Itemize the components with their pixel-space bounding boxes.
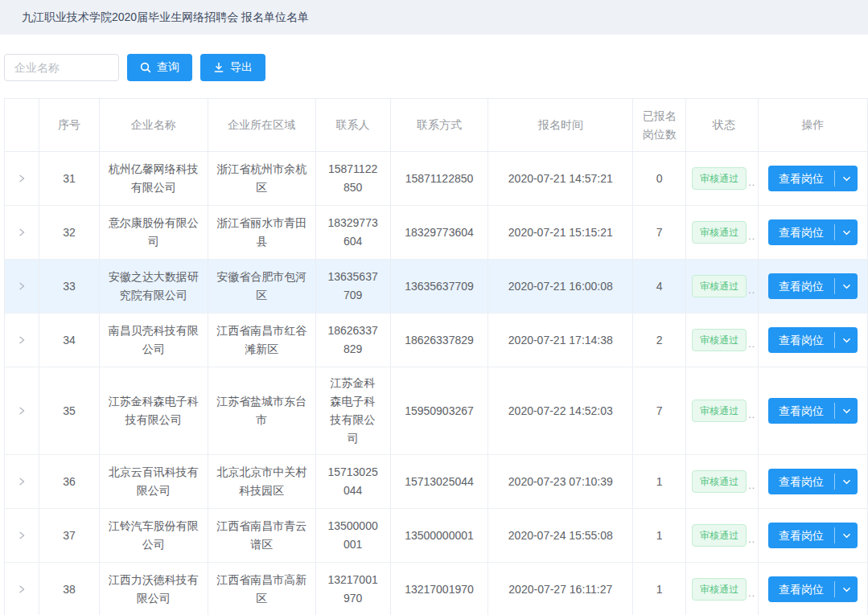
cell-action: 查看岗位 — [759, 367, 868, 454]
status-truncation: .. — [748, 174, 755, 192]
header-action: 操作 — [759, 99, 868, 151]
view-positions-button[interactable]: 查看岗位 — [768, 327, 834, 353]
chevron-down-icon[interactable] — [835, 166, 858, 191]
view-positions-button[interactable]: 查看岗位 — [768, 166, 834, 191]
view-positions-split-button: 查看岗位 — [768, 469, 858, 494]
search-button[interactable]: 查询 — [127, 54, 192, 81]
cell-positions: 7 — [633, 206, 686, 259]
cell-region: 江苏省盐城市东台市 — [208, 367, 316, 454]
cell-seq: 34 — [39, 314, 100, 367]
cell-phone: 15871122850 — [391, 152, 489, 205]
status-truncation: .. — [748, 531, 755, 549]
table-header: 序号 企业名称 企业所在区域 联系人 联系方式 报名时间 已报名岗位数 状态 操… — [5, 99, 868, 152]
chevron-down-icon[interactable] — [835, 576, 858, 602]
chevron-down-icon[interactable] — [835, 523, 858, 548]
cell-status: 审核通过 .. — [686, 206, 759, 259]
cell-action: 查看岗位 — [759, 260, 868, 313]
status-truncation: .. — [748, 406, 755, 424]
expand-row-icon[interactable] — [17, 584, 27, 594]
view-positions-button[interactable]: 查看岗位 — [768, 469, 834, 494]
cell-region: 江西省南昌市高新区 — [208, 563, 316, 615]
chevron-down-icon[interactable] — [835, 327, 858, 353]
status-truncation: .. — [748, 281, 755, 300]
cell-region: 安徽省合肥市包河区 — [208, 260, 316, 313]
export-button[interactable]: 导出 — [200, 54, 265, 81]
chevron-down-icon[interactable] — [835, 219, 858, 245]
cell-phone: 13635637709 — [391, 260, 489, 313]
view-positions-button[interactable]: 查看岗位 — [768, 219, 834, 245]
header-contact: 联系人 — [316, 99, 391, 151]
cell-contact: 15713025044 — [316, 455, 391, 508]
cell-status: 审核通过 .. — [686, 152, 759, 205]
cell-status: 审核通过 .. — [686, 314, 759, 367]
cell-expand — [5, 563, 39, 615]
expand-row-icon[interactable] — [17, 406, 27, 416]
status-truncation: .. — [748, 228, 755, 246]
expand-row-icon[interactable] — [17, 228, 27, 237]
cell-signup-time: 2020-07-23 07:10:39 — [488, 455, 633, 508]
cell-region: 江西省南昌市青云谱区 — [208, 509, 316, 562]
cell-status: 审核通过 .. — [686, 563, 759, 615]
table-row: 38 江西力沃德科技有限公司 江西省南昌市高新区 13217001970 132… — [5, 563, 868, 615]
expand-row-icon[interactable] — [17, 335, 27, 345]
table-row: 32 意尔康股份有限公司 浙江省丽水市青田县 18329773604 18329… — [5, 206, 868, 260]
toolbar: 查询 导出 — [4, 54, 868, 81]
expand-row-icon[interactable] — [17, 281, 27, 291]
chevron-down-icon[interactable] — [835, 273, 858, 299]
view-positions-split-button: 查看岗位 — [768, 327, 858, 353]
cell-signup-time: 2020-07-24 15:55:08 — [488, 509, 633, 562]
header-company: 企业名称 — [100, 99, 208, 151]
cell-action: 查看岗位 — [759, 152, 868, 205]
table-row: 36 北京云百讯科技有限公司 北京北京市中关村科技园区 15713025044 … — [5, 455, 868, 509]
cell-region: 浙江省杭州市余杭区 — [208, 152, 316, 205]
chevron-down-icon[interactable] — [835, 469, 858, 494]
cell-action: 查看岗位 — [759, 206, 868, 259]
status-badge: 审核通过 — [692, 167, 747, 190]
view-positions-button[interactable]: 查看岗位 — [768, 273, 834, 299]
cell-action: 查看岗位 — [759, 455, 868, 508]
search-button-label: 查询 — [157, 60, 179, 75]
cell-signup-time: 2020-07-21 16:00:08 — [488, 260, 633, 313]
expand-row-icon[interactable] — [17, 174, 27, 183]
view-positions-button[interactable]: 查看岗位 — [768, 523, 834, 548]
cell-contact: 15871122850 — [316, 152, 391, 205]
cell-seq: 35 — [39, 367, 100, 454]
cell-action: 查看岗位 — [759, 314, 868, 367]
cell-expand — [5, 206, 39, 259]
cell-contact: 江苏金科森电子科技有限公司 — [316, 367, 391, 454]
view-positions-split-button: 查看岗位 — [768, 166, 858, 191]
header-expand — [5, 99, 39, 151]
cell-phone: 18329773604 — [391, 206, 489, 259]
view-positions-button[interactable]: 查看岗位 — [768, 576, 834, 602]
cell-positions: 1 — [633, 563, 686, 615]
cell-status: 审核通过 .. — [686, 260, 759, 313]
cell-expand — [5, 367, 39, 454]
chevron-down-icon[interactable] — [835, 398, 858, 424]
cell-positions: 2 — [633, 314, 686, 367]
view-positions-button[interactable]: 查看岗位 — [768, 398, 834, 424]
cell-expand — [5, 260, 39, 313]
company-name-input[interactable] — [4, 54, 119, 81]
header-seq: 序号 — [39, 99, 100, 151]
cell-contact: 13217001970 — [316, 563, 391, 615]
cell-phone: 18626337829 — [391, 314, 489, 367]
cell-signup-time: 2020-07-27 16:11:27 — [488, 563, 633, 615]
page-title: 九江职业技术学院2020届毕业生网络招聘会 报名单位名单 — [22, 10, 309, 25]
companies-table: 序号 企业名称 企业所在区域 联系人 联系方式 报名时间 已报名岗位数 状态 操… — [4, 98, 868, 615]
cell-expand — [5, 509, 39, 562]
expand-row-icon[interactable] — [17, 477, 27, 486]
status-badge: 审核通过 — [692, 221, 747, 244]
download-icon — [213, 62, 224, 73]
cell-signup-time: 2020-07-21 14:57:21 — [488, 152, 633, 205]
cell-company: 杭州亿馨网络科技有限公司 — [100, 152, 208, 205]
status-truncation: .. — [748, 584, 755, 603]
cell-positions: 4 — [633, 260, 686, 313]
cell-positions: 0 — [633, 152, 686, 205]
view-positions-split-button: 查看岗位 — [768, 273, 858, 299]
status-badge: 审核通过 — [692, 470, 747, 493]
cell-seq: 33 — [39, 260, 100, 313]
expand-row-icon[interactable] — [17, 531, 27, 540]
cell-company: 南昌贝壳科技有限公司 — [100, 314, 208, 367]
table-row: 31 杭州亿馨网络科技有限公司 浙江省杭州市余杭区 15871122850 15… — [5, 152, 868, 206]
cell-region: 北京北京市中关村科技园区 — [208, 455, 316, 508]
